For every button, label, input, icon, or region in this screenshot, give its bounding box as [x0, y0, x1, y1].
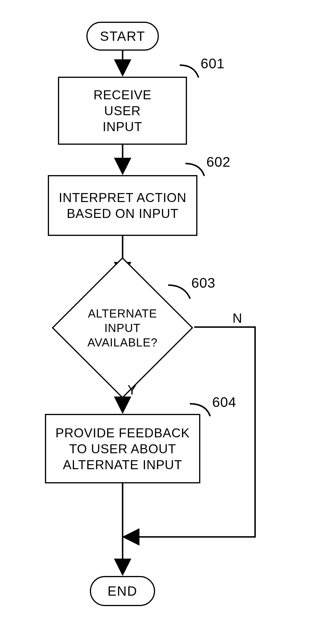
- step-601: RECEIVE USER INPUT: [58, 77, 187, 145]
- decision-603-yes: Y: [128, 382, 137, 398]
- step-602-text: INTERPRET ACTION BASED ON INPUT: [59, 190, 187, 221]
- start-label: START: [100, 28, 146, 44]
- flowchart: START RECEIVE USER INPUT 601 INTERPRET A…: [0, 0, 309, 644]
- step-601-text: RECEIVE USER INPUT: [93, 87, 151, 135]
- step-604: PROVIDE FEEDBACK TO USER ABOUT ALTERNATE…: [45, 414, 200, 483]
- end-label: END: [108, 583, 137, 599]
- ref-602: 602: [206, 154, 230, 170]
- decision-603-no: N: [232, 310, 242, 326]
- ref-604: 604: [212, 394, 236, 410]
- step-604-text: PROVIDE FEEDBACK TO USER ABOUT ALTERNATE…: [55, 425, 190, 473]
- step-602: INTERPRET ACTION BASED ON INPUT: [48, 175, 197, 236]
- ref-603: 603: [191, 275, 215, 291]
- terminator-end: END: [90, 576, 155, 606]
- ref-601: 601: [201, 56, 225, 71]
- terminator-start: START: [86, 22, 159, 51]
- decision-603: ALTERNATE INPUT AVAILABLE?: [72, 278, 172, 378]
- decision-603-text: ALTERNATE INPUT AVAILABLE?: [88, 306, 158, 350]
